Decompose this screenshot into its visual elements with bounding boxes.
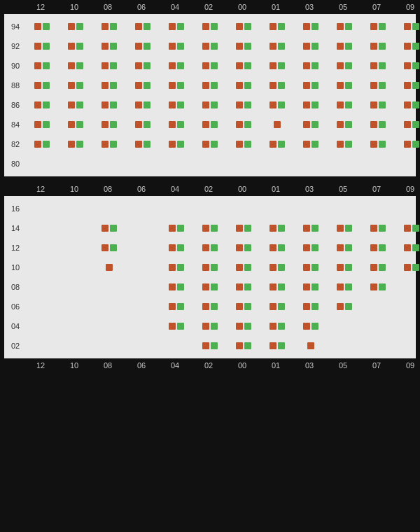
cell-14-9 [328,225,361,232]
cell-12-10 [361,244,395,251]
dot-green [379,225,386,232]
dot-green [144,43,150,50]
row-16: 1616 [6,199,414,218]
dot-green [379,244,386,251]
dot-green [278,43,285,50]
dot-orange [270,102,276,108]
dot-orange [370,102,377,108]
dot-green [412,141,419,148]
dot-orange [102,225,108,232]
cell-82-10 [361,141,395,148]
dot-green [144,121,150,128]
dot-orange [270,141,276,148]
cell-10-4 [160,264,193,271]
row-label-left-06: 06 [6,302,25,311]
dot-green [244,62,251,69]
cell-06-6 [227,303,260,310]
dot-orange [236,121,243,128]
dot-green [177,284,184,290]
cell-84-4 [160,121,193,128]
cell-02-10 [361,342,395,349]
cell-06-10 [361,303,395,310]
dot-green [144,102,150,108]
dot-green [76,141,83,148]
dot-green [312,23,318,30]
cell-04-0 [25,323,59,330]
cell-04-3 [126,323,160,330]
dot-green [278,82,285,89]
dot-green [177,82,184,89]
dot-green [110,82,117,89]
dot-orange [404,141,411,148]
dot-orange [236,284,243,290]
cell-84-8 [294,121,328,128]
dot-orange [270,225,276,232]
cell-92-3 [126,43,160,50]
dot-orange [68,82,75,89]
cell-08-10 [361,284,395,290]
cell-06-0 [25,303,59,310]
dot-green [412,121,419,128]
dot-orange [135,141,142,148]
dot-orange [303,225,310,232]
cell-82-9 [328,141,361,148]
dot-green [345,244,352,251]
dot-orange [202,141,209,148]
cell-14-2 [92,225,126,232]
dot-green [177,23,184,30]
dot-orange [337,62,344,69]
dot-orange [236,225,243,232]
dot-orange [102,82,108,89]
dot-orange [337,225,344,232]
dot-green [110,225,117,232]
dot-orange [169,62,176,69]
dot-orange [270,82,276,89]
cell-94-1 [59,23,92,30]
cell-14-5 [193,225,227,232]
cell-86-9 [328,102,361,108]
cell-12-0 [25,244,59,251]
cell-82-8 [294,141,328,148]
cell-82-2 [92,141,126,148]
dot-green [76,23,83,30]
row-label-left-90: 90 [6,62,25,70]
cell-12-5 [193,244,227,251]
row-label-left-08: 08 [6,283,25,291]
row-84: 8484 [6,115,414,134]
dot-orange [274,121,281,128]
top-col-headers: 12 10 08 06 04 02 00 01 03 05 07 09 11 [4,3,416,11]
dot-green [278,264,285,271]
cell-92-8 [294,43,328,50]
dot-orange [270,62,276,69]
cell-08-3 [126,284,160,290]
cell-14-1 [59,225,92,232]
dot-orange [169,264,176,271]
dot-orange [404,121,411,128]
dot-orange [202,342,209,349]
dot-orange [169,23,176,30]
cell-94-8 [294,23,328,30]
dot-orange [102,62,108,69]
cell-02-4 [160,342,193,349]
dot-orange [68,102,75,108]
cell-84-11 [395,121,420,128]
col-header-05: 05 [326,3,360,11]
cell-06-3 [126,303,160,310]
dot-green [211,244,218,251]
dot-orange [169,141,176,148]
dot-orange [337,23,344,30]
cell-88-7 [260,82,294,89]
dot-green [211,62,218,69]
cell-06-1 [59,303,92,310]
dot-orange [34,62,41,69]
dot-green [345,141,352,148]
cell-14-0 [25,225,59,232]
cell-90-8 [294,62,328,69]
cell-86-8 [294,102,328,108]
cell-88-10 [361,82,395,89]
dot-green [278,141,285,148]
dot-green [177,43,184,50]
row-label-left-12: 12 [6,244,25,252]
dot-green [211,264,218,271]
dot-green [312,62,318,69]
